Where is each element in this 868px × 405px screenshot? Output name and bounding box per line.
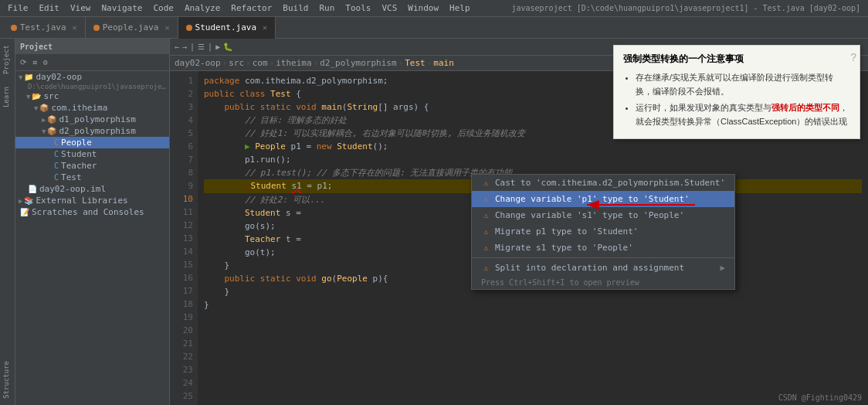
- menu-analyze[interactable]: Analyze: [180, 2, 225, 15]
- tree-item-d2[interactable]: ▼ 📦 d2_polymorphism: [15, 125, 169, 137]
- left-tab-strip: Project Learn Structure: [0, 39, 15, 405]
- breadcrumb-root[interactable]: day02-oop: [175, 58, 221, 68]
- package-icon: 📦: [39, 104, 49, 112]
- tree-label: day02-oop: [36, 72, 82, 82]
- tree-label: com.itheima: [51, 103, 107, 113]
- tree-label: day02-oop.iml: [39, 184, 106, 194]
- tree-label: Teacher: [61, 161, 97, 171]
- context-menu: ⚠ Cast to 'com.itheima.d2_polymorphism.S…: [471, 174, 735, 290]
- context-menu-change-p1[interactable]: ⚠ Change variable 'p1' type to 'Student': [472, 191, 734, 207]
- sidebar-title: Project: [20, 43, 53, 51]
- tree-item-d1[interactable]: ▶ 📦 d1_polymorphism: [15, 114, 169, 125]
- bullet2-start: 运行时，如果发现对象的真实类型与: [636, 103, 771, 112]
- left-tab-project[interactable]: Project: [0, 39, 15, 80]
- change-p1-label: Change variable 'p1' type to 'Student': [495, 194, 725, 204]
- watermark: CSDN @Fighting0429: [778, 393, 862, 402]
- tree-label: d1_polymorphism: [59, 114, 135, 124]
- tab-close[interactable]: ✕: [263, 23, 267, 32]
- class-icon: C: [54, 162, 59, 170]
- breadcrumb-main[interactable]: main: [433, 58, 454, 68]
- tree-item-src[interactable]: ▼ 📂 src: [15, 90, 169, 102]
- folder-icon: 📁: [24, 73, 33, 81]
- tree-item-day02-oop[interactable]: ▼ 📁 day02-oop: [15, 71, 169, 83]
- tree-item-ext-libs[interactable]: ▶ 📚 External Libraries: [15, 195, 169, 206]
- code-line-8: p1.run();: [204, 153, 862, 166]
- menu-file[interactable]: File: [3, 2, 33, 15]
- change-s1-label: Change variable 's1' type to 'People': [495, 210, 725, 220]
- info-bullet-2: 运行时，如果发现对象的真实类型与强转后的类型不同，就会报类型转换异常（Class…: [636, 101, 850, 128]
- menu-tools[interactable]: Tools: [341, 2, 375, 15]
- change-icon: ⚠: [481, 195, 490, 203]
- menu-vcs[interactable]: VCS: [377, 2, 402, 15]
- toolbar-sep2: |: [208, 43, 212, 51]
- info-close[interactable]: ?: [850, 49, 856, 66]
- project-title: javaseproject [D:\code\huangpuipro1\java…: [507, 2, 865, 14]
- tree-item-teacher[interactable]: C Teacher: [15, 160, 169, 172]
- context-menu-migrate-s1[interactable]: ⚠ Migrate s1 type to 'People': [472, 240, 734, 256]
- menu-refactor[interactable]: Refactor: [226, 2, 276, 15]
- menu-code[interactable]: Code: [148, 2, 178, 15]
- toolbar-sync[interactable]: ⟳: [19, 57, 28, 67]
- sidebar-header: Project: [15, 39, 169, 54]
- toolbar-back[interactable]: ←: [175, 43, 179, 51]
- tree-label: External Libraries: [36, 196, 127, 206]
- menu-edit[interactable]: Edit: [35, 2, 65, 15]
- menu-bar: File Edit View Navigate Code Analyze Ref…: [0, 0, 868, 17]
- menu-window[interactable]: Window: [403, 2, 443, 15]
- context-menu-change-s1[interactable]: ⚠ Change variable 's1' type to 'People': [472, 207, 734, 223]
- submenu-arrow: ▶: [720, 263, 725, 273]
- tree-item-test[interactable]: C Test: [15, 172, 169, 183]
- iml-icon: 📄: [28, 185, 37, 193]
- scratch-icon: 📝: [20, 208, 29, 216]
- tree-item-people[interactable]: C People: [15, 137, 169, 148]
- tab-student-java[interactable]: Student.java ✕: [178, 17, 276, 39]
- toolbar-run[interactable]: ▶: [215, 43, 220, 51]
- toolbar-collapse[interactable]: ≡: [31, 57, 39, 67]
- breadcrumb-d2[interactable]: d2_polymorphism: [320, 58, 396, 68]
- tree-label: Student: [61, 149, 97, 159]
- tab-label: Student.java: [195, 22, 256, 32]
- context-menu-migrate-p1[interactable]: ⚠ Migrate p1 type to 'Student': [472, 223, 734, 240]
- context-menu-hint: Press Ctrl+Shift+I to open preview: [472, 276, 734, 289]
- toolbar-sep: |: [190, 43, 195, 51]
- split-icon: ⚠: [481, 264, 490, 272]
- toolbar-settings[interactable]: ⚙: [42, 57, 49, 67]
- tree-item-student[interactable]: C Student: [15, 148, 169, 160]
- tree-item-com-itheima[interactable]: ▼ 📦 com.itheima: [15, 102, 169, 114]
- migrate-s1-icon: ⚠: [481, 243, 490, 252]
- left-tab-learn[interactable]: Learn: [0, 80, 15, 114]
- context-menu-cast[interactable]: ⚠ Cast to 'com.itheima.d2_polymorphism.S…: [472, 175, 734, 191]
- editor: ← → | ☰ | ▶ 🐛 day02-oop › src › com › it…: [170, 39, 868, 405]
- context-menu-split[interactable]: ⚠ Split into declaration and assignment …: [472, 260, 734, 276]
- src-icon: 📂: [32, 92, 41, 100]
- code-line-25: }: [204, 298, 862, 311]
- tab-people-java[interactable]: People.java ✕: [86, 17, 178, 39]
- menu-view[interactable]: View: [66, 2, 96, 15]
- menu-run[interactable]: Run: [314, 2, 339, 15]
- toolbar-recent[interactable]: ☰: [198, 43, 205, 51]
- menu-navigate[interactable]: Navigate: [97, 2, 147, 15]
- tab-close[interactable]: ✕: [73, 23, 77, 32]
- tab-bar: Test.java ✕ People.java ✕ Student.java ✕: [0, 17, 868, 39]
- code-line-7: ▶ People p1 = new Student();: [204, 140, 862, 153]
- tree-label: People: [61, 138, 92, 148]
- breadcrumb-itheima[interactable]: itheima: [276, 58, 311, 68]
- tab-close[interactable]: ✕: [165, 23, 170, 32]
- breadcrumb-src[interactable]: src: [229, 58, 244, 68]
- left-tab-structure[interactable]: Structure: [0, 355, 15, 405]
- toolbar-debug[interactable]: 🐛: [223, 43, 232, 51]
- migrate-p1-icon: ⚠: [481, 227, 490, 236]
- class-icon: C: [54, 150, 59, 158]
- breadcrumb-test[interactable]: Test: [405, 58, 426, 68]
- tree-item-iml[interactable]: 📄 day02-oop.iml: [15, 183, 169, 195]
- tab-test-java[interactable]: Test.java ✕: [3, 17, 86, 39]
- menu-build[interactable]: Build: [278, 2, 313, 15]
- separator: [472, 257, 734, 258]
- cast-icon: ⚠: [481, 179, 490, 187]
- change-s1-icon: ⚠: [481, 211, 490, 220]
- tab-label: People.java: [103, 22, 159, 32]
- tree-item-scratches[interactable]: 📝 Scratches and Consoles: [15, 206, 169, 218]
- toolbar-forward[interactable]: →: [182, 43, 187, 51]
- menu-help[interactable]: Help: [445, 2, 475, 15]
- breadcrumb-com[interactable]: com: [253, 58, 268, 68]
